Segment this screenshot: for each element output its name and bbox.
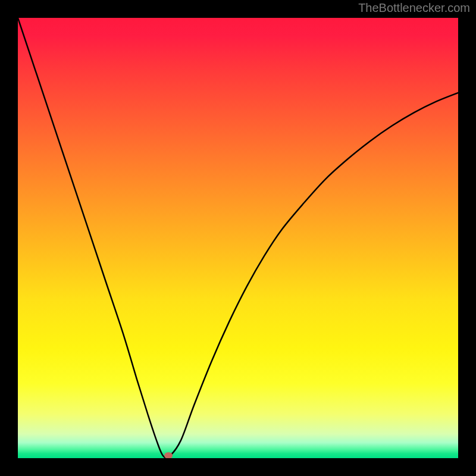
chart-container: TheBottlenecker.com [0,0,476,476]
watermark-text: TheBottlenecker.com [358,1,470,15]
curve-svg [18,18,458,458]
plot-area [18,18,458,458]
bottleneck-curve [18,18,458,458]
optimum-marker [164,452,173,458]
